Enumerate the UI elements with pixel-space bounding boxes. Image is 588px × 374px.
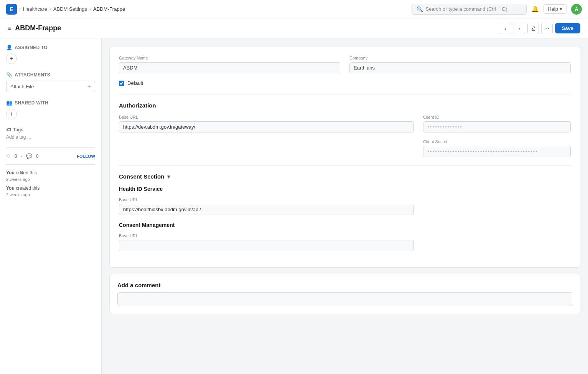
sidebar: 👤 Assigned To + 📎 Attachments Attach Fil…: [0, 38, 102, 374]
client-id-input[interactable]: [423, 121, 571, 132]
print-button[interactable]: 🖨: [527, 23, 539, 34]
health-id-base-url-label: Base URL: [119, 197, 414, 202]
add-shared-button[interactable]: +: [6, 109, 17, 119]
add-comment-title: Add a comment: [117, 282, 572, 288]
navbar-right: 🔍 Search or type a command (Ctrl + G) 🔔 …: [412, 4, 582, 15]
tag-icon: 🏷: [6, 127, 11, 132]
company-label: Company: [349, 56, 571, 60]
likes-count: 0: [15, 154, 17, 159]
client-id-label: Client ID: [423, 115, 571, 119]
save-button[interactable]: Save: [555, 23, 580, 33]
client-secret-label: Client Secret: [423, 139, 571, 144]
person-icon: 👤: [6, 45, 12, 50]
sidebar-divider-2: [6, 164, 95, 165]
app-logo: E: [6, 4, 17, 15]
breadcrumb-abdm-settings[interactable]: ABDM Settings: [53, 6, 87, 12]
comment-section-card: Add a comment: [109, 274, 580, 314]
main-form-card: Gateway Name Company Default Authorizati…: [109, 46, 580, 268]
base-url-input[interactable]: [119, 121, 414, 132]
base-url-label: Base URL: [119, 115, 414, 119]
follow-button[interactable]: FOLLOW: [77, 154, 95, 159]
help-button[interactable]: Help ▾: [544, 4, 567, 14]
add-tag-link[interactable]: Add a tag ...: [6, 134, 31, 140]
health-id-right-spacer: [423, 197, 571, 215]
breadcrumb-sep-1: ›: [19, 7, 21, 12]
authorization-heading: Authorization: [119, 102, 571, 109]
assigned-to-label: 👤 Assigned To: [6, 45, 95, 50]
base-url-row: Base URL Client ID: [119, 115, 571, 132]
default-checkbox[interactable]: [119, 81, 124, 86]
breadcrumb-sep-3: ›: [89, 7, 91, 12]
activity-2-user: You: [6, 185, 15, 191]
search-icon: 🔍: [417, 6, 423, 12]
comment-input[interactable]: [117, 292, 572, 306]
hamburger-icon[interactable]: ≡: [8, 25, 11, 32]
attach-plus-icon: +: [87, 83, 91, 90]
consent-mgmt-base-url-label: Base URL: [119, 233, 414, 238]
navbar: E › Healthcare › ABDM Settings › ABDM-Fr…: [0, 0, 588, 18]
client-secret-group: Client Secret: [423, 139, 571, 157]
activity-1-action: edited this: [16, 170, 37, 175]
attach-file-button[interactable]: Attach File +: [6, 81, 95, 92]
gateway-name-input[interactable]: [119, 62, 340, 73]
next-button[interactable]: ›: [514, 23, 525, 34]
sidebar-divider-1: [6, 147, 95, 148]
default-checkbox-row: Default: [119, 80, 571, 86]
content-area: Gateway Name Company Default Authorizati…: [102, 38, 588, 374]
breadcrumb-abdm-frappe: ABDM-Frappe: [93, 6, 125, 12]
add-assigned-button[interactable]: +: [6, 53, 17, 64]
consent-mgmt-base-url-row: Base URL: [119, 233, 571, 251]
client-secret-input[interactable]: [423, 146, 571, 157]
activity-2-action: created this: [16, 185, 40, 191]
health-id-base-url-input[interactable]: [119, 204, 414, 215]
gateway-company-row: Gateway Name Company: [119, 56, 571, 73]
company-group: Company: [349, 56, 571, 73]
comment-icon[interactable]: 💬: [26, 153, 32, 159]
search-bar[interactable]: 🔍 Search or type a command (Ctrl + G): [412, 4, 527, 15]
consent-mgmt-base-url-group: Base URL: [119, 233, 414, 251]
activity-1: You edited this: [6, 170, 95, 175]
gateway-name-label: Gateway Name: [119, 56, 340, 60]
shared-with-section: 👥 Shared With +: [6, 100, 95, 119]
navbar-left: E › Healthcare › ABDM Settings › ABDM-Fr…: [6, 4, 125, 15]
page-wrapper: ≡ ABDM-Frappe ‹ › 🖨 ··· Save 👤 Assigned …: [0, 18, 588, 374]
search-placeholder: Search or type a command (Ctrl + G): [425, 6, 507, 12]
health-id-base-url-row: Base URL: [119, 197, 571, 215]
prev-button[interactable]: ‹: [500, 23, 511, 34]
consent-divider: [119, 165, 571, 165]
tags-label: 🏷 Tags: [6, 127, 95, 132]
health-id-service-heading: Health ID Service: [119, 186, 571, 192]
heart-icon[interactable]: ♡: [6, 153, 11, 159]
breadcrumb-healthcare[interactable]: Healthcare: [23, 6, 47, 12]
company-input[interactable]: [349, 62, 571, 73]
attachments-label: 📎 Attachments: [6, 72, 95, 78]
base-url-group: Base URL: [119, 115, 414, 132]
tags-section: 🏷 Tags Add a tag ...: [6, 127, 95, 140]
page-title: ABDM-Frappe: [15, 24, 61, 32]
footer-actions: ♡ 0 · 💬 0 FOLLOW: [6, 153, 95, 159]
shared-icon: 👥: [6, 100, 12, 106]
notification-bell-icon[interactable]: 🔔: [531, 5, 539, 13]
health-id-base-url-group: Base URL: [119, 197, 414, 215]
consent-mgmt-right-spacer: [423, 233, 571, 251]
activity-2: You created this: [6, 185, 95, 191]
consent-chevron-icon[interactable]: ▾: [167, 174, 170, 180]
shared-with-label: 👥 Shared With: [6, 100, 95, 106]
help-chevron-icon: ▾: [560, 6, 562, 12]
avatar[interactable]: A: [571, 4, 582, 15]
consent-mgmt-base-url-input[interactable]: [119, 240, 414, 251]
consent-section-heading: Consent Section ▾: [119, 173, 571, 180]
help-label: Help: [548, 6, 558, 12]
activity-1-time: 2 weeks ago: [6, 177, 95, 182]
consent-management-heading: Consent Management: [119, 222, 571, 228]
page-actions: ‹ › 🖨 ··· Save: [500, 23, 580, 34]
comments-count: 0: [36, 154, 39, 159]
client-id-group: Client ID: [423, 115, 571, 132]
assigned-to-section: 👤 Assigned To +: [6, 45, 95, 64]
default-checkbox-label[interactable]: Default: [127, 80, 143, 86]
breadcrumb-sep-2: ›: [49, 7, 51, 12]
main-area: 👤 Assigned To + 📎 Attachments Attach Fil…: [0, 38, 588, 374]
attachments-section: 📎 Attachments Attach File +: [6, 72, 95, 92]
more-options-button[interactable]: ···: [541, 23, 553, 34]
page-header: ≡ ABDM-Frappe ‹ › 🖨 ··· Save: [0, 18, 588, 38]
